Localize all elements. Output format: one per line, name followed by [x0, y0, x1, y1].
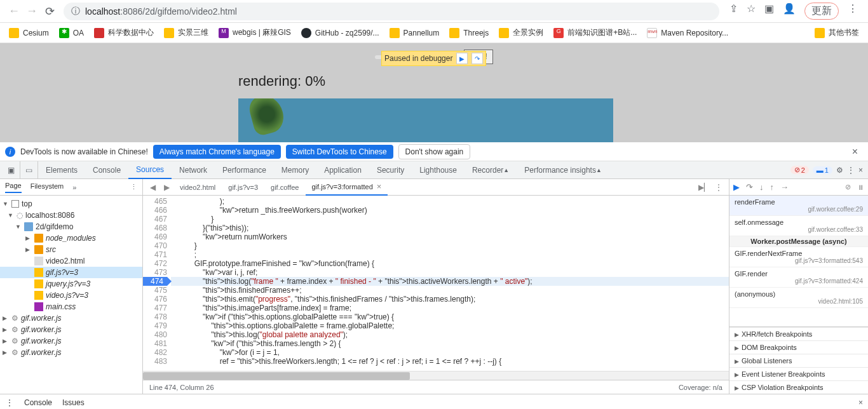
bookmark-item[interactable]: Cesium — [5, 25, 53, 41]
drawer-menu-icon[interactable]: ⋮ — [5, 398, 14, 408]
match-language-button[interactable]: Always match Chrome's language — [153, 145, 281, 159]
bookmark-item[interactable]: 全景实例 — [495, 25, 547, 41]
devtools-close-icon[interactable]: × — [858, 166, 863, 175]
bookmark-item[interactable]: Pannellum — [386, 25, 444, 41]
tree-file[interactable]: video.js?v=3 — [0, 290, 142, 301]
resume-button[interactable]: ▶ — [733, 182, 740, 192]
info-icon: ⓘ — [71, 6, 80, 17]
tree-file[interactable]: gif.js?v=3 — [0, 267, 142, 278]
bookmark-item[interactable]: 科学数据中心 — [90, 25, 158, 41]
code-lines[interactable]: ); "kw">return _this.freeWorkers.push(wo… — [171, 196, 729, 371]
breakpoint-section[interactable]: ▶Event Listener Breakpoints — [729, 367, 868, 380]
callstack-item[interactable]: renderFramegif.worker.coffee:29 — [729, 196, 868, 216]
resume-icon[interactable]: ▶ — [456, 53, 468, 64]
tree-top[interactable]: ▼top — [0, 198, 142, 210]
tree-host[interactable]: ▼◌localhost:8086 — [0, 210, 142, 221]
bookmark-item[interactable]: ✱OA — [55, 25, 88, 41]
code-tab[interactable]: gif.coffee — [264, 179, 305, 196]
star-icon[interactable]: ☆ — [747, 3, 756, 20]
devtools-tab[interactable]: Network — [172, 161, 215, 179]
bookmark-item[interactable]: 实景三维 — [160, 25, 212, 41]
bookmark-item[interactable]: Threejs — [445, 25, 492, 41]
devtools-menu-icon[interactable]: ⋮ — [847, 166, 855, 175]
dont-show-button[interactable]: Don't show again — [398, 144, 471, 159]
devtools-tab[interactable]: Performance — [215, 161, 274, 179]
bookmark-item[interactable]: GitHub - zq2599/... — [297, 25, 383, 41]
breakpoint-section[interactable]: ▶CSP Violation Breakpoints — [729, 380, 868, 394]
code-nav-icon[interactable]: ▶▏ — [698, 183, 710, 192]
issues-badge[interactable]: ▬1 — [813, 166, 832, 174]
bookmark-item[interactable]: 其他书签 — [811, 25, 863, 41]
scroll-thumb[interactable] — [143, 372, 410, 380]
pause-exception-icon[interactable]: ⏸ — [857, 184, 864, 191]
close-icon[interactable]: × — [847, 146, 863, 158]
devtools-tab[interactable]: Security — [369, 161, 412, 179]
reload-button[interactable]: ⟳ — [41, 3, 58, 20]
devtools-tab[interactable]: Application — [316, 161, 369, 179]
step-over-icon[interactable]: ↷ — [471, 53, 483, 64]
code-tab[interactable]: video2.html — [173, 179, 222, 196]
drawer-console-tab[interactable]: Console — [24, 398, 52, 407]
tree-worker[interactable]: ▶⚙gif.worker.js — [0, 347, 142, 358]
nav-menu-icon[interactable]: ⋮ — [130, 183, 137, 191]
callstack-item[interactable]: GIF.renderNextFramegif.js?v=3:formatted:… — [729, 247, 868, 267]
filesystem-tab[interactable]: Filesystem — [31, 182, 64, 192]
bookmark-item[interactable]: G前端知识图谱+B站... — [550, 25, 641, 41]
profile-icon[interactable]: 👤 — [783, 3, 796, 20]
more-tabs-icon[interactable]: » — [72, 184, 76, 191]
line-gutter[interactable]: 4654664674684694704714724734744754764774… — [143, 196, 171, 371]
code-tab[interactable]: gif.js?v=3 — [222, 179, 264, 196]
breakpoint-section[interactable]: ▶DOM Breakpoints — [729, 340, 868, 354]
horizontal-scrollbar[interactable] — [143, 371, 729, 380]
devtools-tab[interactable]: Console — [85, 161, 128, 179]
deactivate-bp-icon[interactable]: ⊘ — [845, 183, 851, 191]
chrome-menu-icon[interactable]: ⋮ — [848, 3, 858, 20]
tree-src[interactable]: ▶src — [0, 244, 142, 255]
extensions-icon[interactable]: ▣ — [764, 3, 774, 20]
switch-chinese-button[interactable]: Switch DevTools to Chinese — [286, 145, 393, 159]
breakpoint-section[interactable]: ▶XHR/fetch Breakpoints — [729, 327, 868, 340]
devtools-tab[interactable]: Elements — [38, 161, 85, 179]
callstack-item[interactable]: GIF.rendergif.js?v=3:formatted:424 — [729, 267, 868, 288]
tree-worker[interactable]: ▶⚙gif.worker.js — [0, 324, 142, 335]
drawer-issues-tab[interactable]: Issues — [62, 398, 85, 407]
breakpoint-section[interactable]: ▶Global Listeners — [729, 354, 868, 367]
tree-file[interactable]: jquery.js?v=3 — [0, 278, 142, 290]
devtools-tab[interactable]: Performance insights ▲ — [517, 161, 609, 179]
tree-worker[interactable]: ▶⚙gif.worker.js — [0, 312, 142, 324]
tree-file[interactable]: main.css — [0, 301, 142, 312]
step-over-button[interactable]: ↷ — [746, 182, 753, 192]
inspect-icon[interactable]: ▣ — [3, 161, 20, 179]
devtools-tab[interactable]: Lighthouse — [412, 161, 465, 179]
step-into-button[interactable]: ↓ — [759, 182, 764, 192]
tabs-nav-right-icon[interactable]: ▶ — [159, 183, 173, 192]
code-tab[interactable]: gif.js?v=3:formatted× — [306, 179, 388, 196]
tree-worker[interactable]: ▶⚙gif.worker.js — [0, 335, 142, 347]
tree-nm[interactable]: ▶node_modules — [0, 232, 142, 244]
devtools-tab[interactable]: Memory — [274, 161, 316, 179]
error-badge[interactable]: ⊘2 — [790, 166, 809, 174]
tree-path[interactable]: ▼2d/gifdemo — [0, 221, 142, 232]
callstack-item[interactable]: self.onmessagegif.worker.coffee:33 — [729, 216, 868, 236]
devtools-tab[interactable]: Sources — [128, 161, 172, 179]
back-button[interactable]: ← — [5, 3, 23, 20]
step-out-button[interactable]: ↑ — [770, 182, 775, 192]
callstack-item[interactable]: Worker.postMessage (async) — [729, 236, 868, 247]
device-icon[interactable]: ▭ — [20, 161, 38, 179]
code-area[interactable]: 4654664674684694704714724734744754764774… — [143, 196, 729, 371]
page-tab[interactable]: Page — [5, 182, 22, 193]
code-menu-icon[interactable]: ⋮ — [715, 183, 722, 192]
tabs-nav-left-icon[interactable]: ◀ — [146, 183, 159, 192]
drawer-close-icon[interactable]: × — [858, 398, 863, 407]
share-icon[interactable]: ⇪ — [729, 3, 738, 20]
update-button[interactable]: 更新 — [804, 3, 839, 20]
forward-button[interactable]: → — [23, 3, 41, 20]
tree-file[interactable]: video2.html — [0, 255, 142, 267]
bookmark-item[interactable]: mvnMaven Repository... — [643, 25, 732, 41]
step-button[interactable]: → — [780, 182, 789, 192]
devtools-tab[interactable]: Recorder ▲ — [465, 161, 517, 179]
url-bar[interactable]: ⓘ localhost:8086/2d/gifdemo/video2.html — [64, 3, 719, 20]
settings-icon[interactable]: ⚙ — [836, 166, 843, 175]
bookmark-item[interactable]: Mwebgis | 麻辣GIS — [215, 25, 295, 41]
callstack-item[interactable]: (anonymous)video2.html:105 — [729, 288, 868, 308]
